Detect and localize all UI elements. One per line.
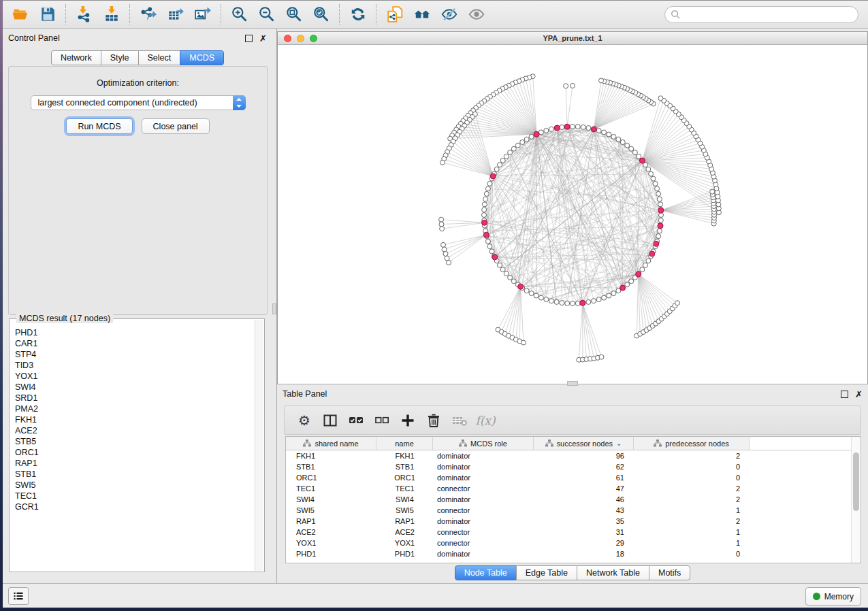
cell-successor-nodes: 47: [534, 483, 634, 494]
table-row[interactable]: RAP1RAP1dominator352: [286, 516, 861, 527]
toolbar-separator: [376, 4, 377, 24]
mcds-result-item[interactable]: YOX1: [15, 371, 255, 382]
import-network-icon[interactable]: [71, 2, 98, 27]
select-all-icon[interactable]: [344, 409, 368, 432]
tab-network-table[interactable]: Network Table: [577, 565, 649, 580]
zoom-in-icon[interactable]: [226, 2, 253, 27]
mcds-result-item[interactable]: STB5: [15, 436, 255, 447]
mcds-result-item[interactable]: SWI4: [15, 382, 255, 393]
trash-icon[interactable]: [422, 409, 445, 432]
search-input[interactable]: [681, 10, 858, 20]
mcds-result-item[interactable]: SRD1: [15, 393, 255, 403]
cell-shared-name: TEC1: [286, 483, 376, 494]
table-row[interactable]: STB1STB1dominator620: [286, 461, 861, 472]
tab-edge-table[interactable]: Edge Table: [516, 565, 577, 580]
apply-layout-icon[interactable]: [344, 2, 372, 27]
open-file-icon[interactable]: [7, 2, 34, 27]
table-scrollbar-thumb[interactable]: [853, 452, 859, 511]
save-session-icon[interactable]: [34, 2, 61, 27]
column-header-MCDS-role[interactable]: MCDS role: [433, 437, 534, 450]
float-table-panel-icon[interactable]: [841, 391, 848, 398]
cell-name: RAP1: [376, 516, 433, 527]
column-header-name[interactable]: name: [376, 437, 433, 450]
horizontal-splitter-grip[interactable]: [567, 381, 578, 386]
tab-mcds[interactable]: MCDS: [180, 50, 224, 65]
mcds-result-item[interactable]: ACE2: [15, 425, 255, 436]
split-view-icon[interactable]: [319, 409, 342, 432]
table-row[interactable]: ORC1ORC1dominator610: [286, 472, 861, 483]
column-header-predecessor-nodes[interactable]: predecessor nodes: [634, 437, 750, 450]
mcds-result-item[interactable]: FKH1: [15, 414, 255, 425]
network-canvas-svg[interactable]: [278, 45, 867, 384]
deselect-all-icon[interactable]: [370, 409, 393, 432]
tab-select[interactable]: Select: [138, 50, 181, 65]
table-row[interactable]: ACE2ACE2connector311: [286, 527, 861, 538]
export-image-icon[interactable]: [189, 2, 216, 27]
memory-label: Memory: [824, 592, 854, 601]
zoom-out-icon[interactable]: [253, 2, 280, 27]
first-neighbors-icon[interactable]: [408, 2, 436, 27]
vertical-splitter-grip[interactable]: [272, 303, 276, 314]
maximize-window-icon[interactable]: [310, 35, 317, 42]
mcds-result-item[interactable]: RAP1: [15, 458, 255, 469]
table-scrollbar[interactable]: [851, 437, 861, 563]
close-panel-button[interactable]: Close panel: [142, 118, 210, 134]
share-network-icon[interactable]: [381, 2, 408, 27]
network-canvas[interactable]: [278, 45, 867, 384]
table-row[interactable]: SWI4SWI4dominator462: [286, 494, 861, 505]
tab-network[interactable]: Network: [51, 50, 101, 65]
column-header-successor-nodes[interactable]: successor nodes⌄: [534, 437, 634, 450]
mcds-result-item[interactable]: STB1: [15, 469, 255, 480]
table-row[interactable]: PHD1PHD1dominator180: [286, 548, 861, 559]
show-all-icon[interactable]: [463, 2, 490, 27]
mcds-result-item[interactable]: SWI5: [15, 480, 255, 491]
cell-successor-nodes: 43: [534, 505, 634, 516]
zoom-fit-icon[interactable]: [280, 2, 308, 27]
tab-motifs[interactable]: Motifs: [649, 565, 690, 580]
tab-node-table[interactable]: Node Table: [455, 565, 517, 580]
hide-selected-icon[interactable]: [436, 2, 463, 27]
delete-table-icon: [448, 409, 471, 432]
memory-button[interactable]: Memory: [805, 587, 861, 606]
tab-style[interactable]: Style: [101, 50, 139, 65]
cell-filler: [750, 516, 861, 527]
network-title: YPA_prune.txt_1: [543, 34, 602, 42]
table-row[interactable]: FKH1FKH1dominator962: [286, 450, 861, 461]
export-network-icon[interactable]: [135, 2, 162, 27]
table-row[interactable]: SWI5SWI5connector431: [286, 505, 861, 516]
zoom-selected-icon[interactable]: [308, 2, 335, 27]
mcds-result-item[interactable]: PHD1: [15, 327, 255, 338]
cell-MCDS-role: connector: [433, 538, 534, 548]
cell-filler: [750, 538, 861, 548]
task-history-button[interactable]: [8, 587, 29, 605]
mcds-result-item[interactable]: STP4: [15, 349, 255, 360]
result-scrollbar[interactable]: [255, 320, 263, 571]
minimize-window-icon[interactable]: [297, 35, 304, 42]
mcds-result-item[interactable]: TEC1: [15, 491, 255, 501]
add-icon[interactable]: [396, 409, 419, 432]
function-builder-icon: f(x): [474, 409, 497, 432]
float-panel-icon[interactable]: [245, 35, 253, 42]
close-panel-icon[interactable]: ✗: [259, 34, 267, 43]
criterion-select[interactable]: largest connected component (undirected): [31, 95, 246, 110]
cell-name: TEC1: [376, 483, 433, 494]
mcds-result-item[interactable]: GCR1: [15, 501, 255, 512]
gear-icon[interactable]: ⚙: [293, 409, 316, 432]
column-header-shared-name[interactable]: shared name: [286, 437, 376, 450]
cell-predecessor-nodes: 0: [634, 548, 750, 559]
table-row[interactable]: TEC1TEC1connector472: [286, 483, 861, 494]
mcds-result-item[interactable]: PMA2: [15, 403, 255, 414]
table-row[interactable]: YOX1YOX1connector291: [286, 538, 861, 548]
mcds-result-item[interactable]: TID3: [15, 360, 255, 371]
mcds-result-item[interactable]: CAR1: [15, 338, 255, 349]
vertical-splitter[interactable]: [272, 29, 277, 584]
mcds-result-item[interactable]: ORC1: [15, 447, 255, 458]
export-table-icon[interactable]: [162, 2, 189, 27]
close-window-icon[interactable]: [284, 35, 291, 42]
import-table-icon[interactable]: [98, 2, 125, 27]
close-table-panel-icon[interactable]: ✗: [855, 390, 863, 399]
cell-name: YOX1: [376, 538, 433, 548]
run-mcds-button[interactable]: Run MCDS: [66, 118, 132, 134]
toolbar-separator: [221, 4, 222, 24]
status-bar: Memory: [3, 583, 868, 608]
